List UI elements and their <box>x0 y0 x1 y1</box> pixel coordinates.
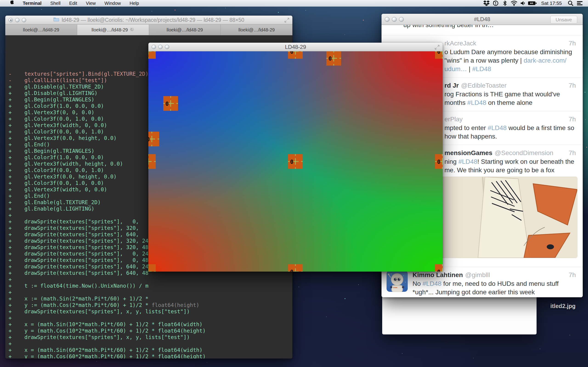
avatar[interactable] <box>387 271 408 292</box>
sprite-crosshair-icon <box>148 132 159 146</box>
tweet-author-name[interactable]: Kimmo Lahtinen <box>413 271 463 278</box>
terminal-line: + x = (math.Sin(10*2*math.Pi*t/60) + 1)/… <box>9 321 292 327</box>
tweet-text-line: how that happens. <box>444 132 576 141</box>
tweet-link[interactable]: #LD48 <box>488 124 507 131</box>
tweet-link[interactable]: #LD48 <box>472 65 491 73</box>
menu-bar: TerminalShellEditViewWindowHelp Sat 17:5… <box>0 0 588 7</box>
tweet-author-handle[interactable]: rkAcreJack <box>444 40 476 47</box>
tweet-header: Kimmo Lahtinen@gimblll <box>413 271 576 279</box>
sprite-crosshair-icon <box>148 154 156 169</box>
tweet-text-line: "wins" in a row was plenty | dark-acre.c… <box>444 56 576 65</box>
tweet-timestamp: 7h <box>569 115 576 124</box>
tweet-text-line: udum… | #LD48 <box>444 65 576 73</box>
tweet-link[interactable]: #LD48 <box>423 280 442 287</box>
terminal-window-title: ld48-29 — lloeki@Coriolis: ~/Workspace/p… <box>61 17 244 23</box>
tweet-text: on theme alone <box>486 99 532 106</box>
minimize-button[interactable] <box>15 18 19 22</box>
game-sprite: 0 <box>148 154 156 169</box>
zoom-button[interactable] <box>399 17 404 22</box>
sprite-counter: 0 <box>437 51 440 55</box>
game-sprite: 0 <box>288 154 303 169</box>
game-sprite: 0 <box>326 51 341 66</box>
spotlight-icon[interactable] <box>566 0 575 6</box>
time-machine-icon[interactable] <box>491 0 500 6</box>
tweet-author-handle[interactable]: @EdibleToaster <box>461 82 506 89</box>
close-button[interactable] <box>152 45 156 49</box>
game-sprite: 0 <box>435 51 443 59</box>
terminal-tab-bar: lloeki@…/ld48-29lloeki@…/ld48-29lloeki@…… <box>5 25 292 35</box>
tweet-text: for me, need to do HUDs and menu stuff <box>441 280 559 287</box>
sprite-counter: 0 <box>290 159 293 165</box>
sprite-counter: 0 <box>329 56 332 61</box>
close-button[interactable] <box>9 18 13 22</box>
terminal-tab-2[interactable]: lloeki@…/ld48-29 <box>77 25 149 35</box>
fullscreen-arrows-icon[interactable] <box>284 17 290 24</box>
tweet-author-handle[interactable]: @SecondDimension <box>495 149 553 156</box>
tweet-text: rog Fractions is THE game that would've <box>444 91 560 98</box>
zoom-button[interactable] <box>22 18 26 22</box>
battery-icon[interactable] <box>528 0 537 6</box>
menu-item-shell[interactable]: Shell <box>46 0 65 6</box>
volume-icon[interactable] <box>519 0 528 6</box>
minimize-button[interactable] <box>392 17 397 22</box>
tweet-text-line: rog Fractions is THE game that would've <box>444 90 576 98</box>
minimize-button[interactable] <box>158 45 163 49</box>
tweet-link[interactable]: #LD48 <box>458 158 477 165</box>
tweet-text-line: ning #LD48! Starting work on our beneath… <box>444 157 576 166</box>
tweet-text: me. We think you are going to be a fox <box>444 167 554 174</box>
partial-tweet-text: up with something better in th… <box>403 25 494 29</box>
tweet-text-line: months #LD48 on theme alone <box>444 98 576 107</box>
tweet-author-handle[interactable]: @gimblll <box>465 271 490 278</box>
desktop-file-label[interactable]: itled2.jpg <box>550 303 576 309</box>
menu-item-terminal[interactable]: Terminal <box>18 0 46 6</box>
terminal-tab-3[interactable]: lloeki@…/ld48-29 <box>149 25 221 35</box>
tweet-timestamp: 7h <box>569 271 576 279</box>
sprite-counter: 0 <box>437 269 440 272</box>
tweet-text: *ugh*... Jumping got done earlier this w… <box>413 289 535 296</box>
fullscreen-arrows-icon[interactable] <box>434 44 440 51</box>
tweet-author-handle[interactable]: erPlay <box>444 116 463 123</box>
tab-label: lloeki@…/ld48-29 <box>92 27 128 33</box>
notification-center-icon[interactable] <box>575 0 584 6</box>
menu-item-window[interactable]: Window <box>100 0 125 6</box>
tweet-timestamp: 7h <box>569 149 576 157</box>
opengl-titlebar[interactable]: LD48-29 <box>148 43 443 51</box>
menu-item-help[interactable]: Help <box>125 0 143 6</box>
menu-item-edit[interactable]: Edit <box>65 0 81 6</box>
close-button[interactable] <box>385 17 389 22</box>
terminal-line: + x = (math.Sin(60*2*math.Pi*t/60) + 1)/… <box>9 347 292 353</box>
terminal-line: + <box>9 315 292 321</box>
terminal-line: + <box>9 289 292 295</box>
terminal-line: + y = (math.Cos(60*2*math.Pi*t/60) + 1)/… <box>9 353 292 359</box>
wifi-icon[interactable] <box>510 0 519 6</box>
apple-menu[interactable] <box>5 0 18 6</box>
tab-label: lloeki@…/ld48-29 <box>238 27 275 33</box>
tweet-link[interactable]: udum… <box>444 65 469 73</box>
tweet-link[interactable]: #LD48 <box>467 99 486 106</box>
sprite-crosshair-icon <box>148 264 156 272</box>
twitter-titlebar[interactable]: #LD48 Unsave <box>381 14 583 25</box>
terminal-line: + y := (math.Cos(2*math.Pi*t/60) + 1)/2 … <box>9 302 292 308</box>
partial-tweet[interactable]: up with something better in th… <box>381 25 583 35</box>
terminal-tab-4[interactable]: lloeki@…/ld48-29 <box>221 25 292 35</box>
menu-item-view[interactable]: View <box>82 0 100 6</box>
unsave-button[interactable]: Unsave <box>550 16 577 24</box>
zoom-button[interactable] <box>165 45 169 49</box>
terminal-tab-1[interactable]: lloeki@…/ld48-29 <box>5 25 77 35</box>
dropbox-icon[interactable] <box>482 0 491 6</box>
terminal-line: + x := (math.Sin(2*math.Pi*t/60) + 1)/2 … <box>9 295 292 302</box>
tweet-author-name[interactable]: rd Jr <box>444 82 459 89</box>
tweet-author-name[interactable]: mensionGames <box>444 149 493 156</box>
tab-label: lloeki@…/ld48-29 <box>166 27 203 33</box>
tweet-text: months <box>444 99 467 106</box>
terminal-line: + <box>9 276 292 283</box>
tab-activity-spinner-icon <box>130 27 134 33</box>
menu-clock[interactable]: Sat 17:55 <box>539 0 564 6</box>
game-sprite: 0 <box>288 264 303 272</box>
tweet-link[interactable]: dark-acre.com/ <box>524 57 567 64</box>
tweet-text: how that happens. <box>444 133 497 140</box>
game-sprite: 0 <box>435 264 443 272</box>
terminal-titlebar[interactable]: ld48-29 — lloeki@Coriolis: ~/Workspace/p… <box>5 16 292 25</box>
bluetooth-icon[interactable] <box>500 0 510 6</box>
tweet-timestamp: 7h <box>569 81 576 90</box>
